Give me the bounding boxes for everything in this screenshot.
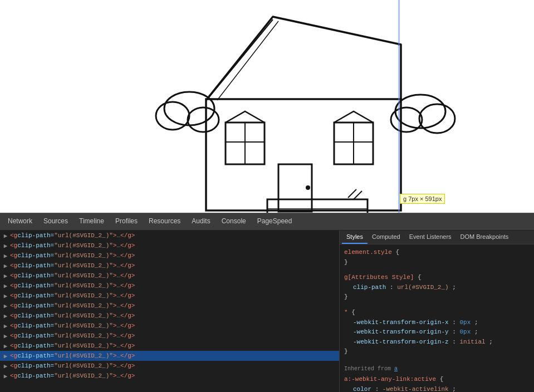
- collapse-triangle-2[interactable]: ▶: [2, 242, 9, 249]
- svg-line-22: [354, 191, 362, 199]
- tab-styles[interactable]: Styles: [342, 231, 368, 244]
- dom-row-5[interactable]: ▶ <g clip-path="url(#SVGID_2_)" > … </g>: [0, 271, 339, 281]
- tab-dom-breakpoints[interactable]: DOM Breakpoints: [456, 231, 513, 244]
- dom-row-9[interactable]: ▶ <g clip-path="url(#SVGID_2_)" > … </g>: [0, 311, 339, 321]
- tab-network[interactable]: Network: [2, 214, 38, 229]
- tab-computed[interactable]: Computed: [368, 231, 405, 244]
- collapse-triangle-4[interactable]: ▶: [2, 262, 9, 269]
- g-attributes-style-block: g[Attributes Style] { clip-path : url(#S…: [344, 273, 530, 302]
- svg-rect-3: [206, 99, 401, 210]
- svg-point-14: [188, 107, 219, 132]
- svg-point-16: [419, 104, 455, 133]
- svg-line-0: [209, 19, 273, 97]
- collapse-triangle-11[interactable]: ▶: [2, 332, 9, 339]
- tab-profiles[interactable]: Profiles: [110, 214, 143, 229]
- dom-row-12[interactable]: ▶ <g clip-path="url(#SVGID_2_)" > … </g>: [0, 341, 339, 351]
- dom-row-4[interactable]: ▶ <g clip-path="url(#SVGID_2_)" > … </g>: [0, 261, 339, 271]
- preview-area: g 7px × 591px: [0, 0, 534, 213]
- dom-row-3[interactable]: ▶ <g clip-path="url(#SVGID_2_)" > … </g>: [0, 251, 339, 261]
- star-block: * { -webkit-transform-origin-x : 0px ; -…: [344, 308, 530, 357]
- tab-sources[interactable]: Sources: [38, 214, 74, 229]
- devtools-content: ▶ <g clip-path="url(#SVGID_2_)" > … </g>…: [0, 231, 534, 392]
- webkit-transform-y-rule: -webkit-transform-origin-y : 0px ;: [344, 327, 530, 337]
- dom-panel[interactable]: ▶ <g clip-path="url(#SVGID_2_)" > … </g>…: [0, 231, 340, 392]
- element-style-block: element.style { }: [344, 248, 530, 267]
- element-style-close: }: [344, 258, 530, 268]
- dom-row-10[interactable]: ▶ <g clip-path="url(#SVGID_2_)" > … </g>: [0, 321, 339, 331]
- collapse-triangle-12[interactable]: ▶: [2, 342, 9, 349]
- element-style-selector: element.style {: [344, 248, 530, 258]
- g-attributes-close: }: [344, 292, 530, 302]
- collapse-triangle-15[interactable]: ▶: [2, 373, 9, 379]
- inherited-from-link[interactable]: a: [394, 366, 398, 372]
- dom-row-7[interactable]: ▶ <g clip-path="url(#SVGID_2_)" > … </g>: [0, 291, 339, 301]
- devtools-toolbar: Network Sources Timeline Profiles Resour…: [0, 213, 534, 231]
- dom-row-1[interactable]: ▶ <g clip-path="url(#SVGID_2_)" > … </g>: [0, 231, 339, 241]
- collapse-triangle-6[interactable]: ▶: [2, 282, 9, 289]
- a-active-selector-line: a:-webkit-any-link:active {: [344, 375, 530, 385]
- svg-point-17: [391, 107, 422, 132]
- svg-point-13: [156, 102, 189, 130]
- collapse-triangle-10[interactable]: ▶: [2, 322, 9, 329]
- styles-panel: Styles Computed Event Listeners DOM Brea…: [340, 231, 534, 392]
- star-selector-line: * {: [344, 308, 530, 318]
- styles-content: element.style { } g[Attributes Style] { …: [340, 244, 534, 392]
- inherited-from-label: Inherited from a: [344, 362, 530, 375]
- tab-event-listeners[interactable]: Event Listeners: [405, 231, 456, 244]
- star-close: }: [344, 347, 530, 357]
- tab-audits[interactable]: Audits: [186, 214, 215, 229]
- dom-row-8[interactable]: ▶ <g clip-path="url(#SVGID_2_)" > … </g>: [0, 301, 339, 311]
- dom-row-15[interactable]: ▶ <g clip-path="url(#SVGID_2_)" > … </g>: [0, 371, 339, 381]
- g-clip-path-rule: clip-path : url(#SVGID_2_) ;: [344, 283, 530, 293]
- g-attributes-selector-line: g[Attributes Style] {: [344, 273, 530, 283]
- svg-point-11: [306, 185, 310, 190]
- highlight-line: [398, 0, 400, 213]
- tab-console[interactable]: Console: [216, 214, 252, 229]
- dom-row-11[interactable]: ▶ <g clip-path="url(#SVGID_2_)" > … </g>: [0, 331, 339, 341]
- collapse-triangle-3[interactable]: ▶: [2, 252, 9, 259]
- dom-row-2[interactable]: ▶ <g clip-path="url(#SVGID_2_)" > … </g>: [0, 241, 339, 251]
- dom-row-14[interactable]: ▶ <g clip-path="url(#SVGID_2_)" > … </g>: [0, 361, 339, 371]
- dom-row-6[interactable]: ▶ <g clip-path="url(#SVGID_2_)" > … </g>: [0, 281, 339, 291]
- a-active-color-rule: color : -webkit-activelink ;: [344, 385, 530, 392]
- dimension-tooltip: g 7px × 591px: [400, 194, 445, 204]
- webkit-transform-x-rule: -webkit-transform-origin-x : 0px ;: [344, 318, 530, 328]
- collapse-triangle-5[interactable]: ▶: [2, 272, 9, 279]
- collapse-triangle-13[interactable]: ▶: [2, 352, 9, 359]
- dom-row-13-selected[interactable]: ▶ <g clip-path="url(#SVGID_2_)" > … </g>: [0, 351, 339, 361]
- collapse-triangle-9[interactable]: ▶: [2, 312, 9, 319]
- tab-pagespeed[interactable]: PageSpeed: [252, 214, 298, 229]
- styles-tabs: Styles Computed Event Listeners DOM Brea…: [340, 231, 534, 244]
- a-active-block: a:-webkit-any-link:active { color : -web…: [344, 375, 530, 392]
- collapse-triangle-1[interactable]: ▶: [2, 232, 9, 239]
- svg-line-21: [348, 189, 356, 198]
- collapse-triangle-7[interactable]: ▶: [2, 292, 9, 299]
- collapse-triangle-14[interactable]: ▶: [2, 362, 9, 369]
- collapse-triangle-8[interactable]: ▶: [2, 302, 9, 309]
- tab-timeline[interactable]: Timeline: [74, 214, 110, 229]
- svg-line-1: [217, 21, 278, 100]
- webkit-transform-z-rule: -webkit-transform-origin-z : initial ;: [344, 337, 530, 347]
- tab-resources[interactable]: Resources: [143, 214, 186, 229]
